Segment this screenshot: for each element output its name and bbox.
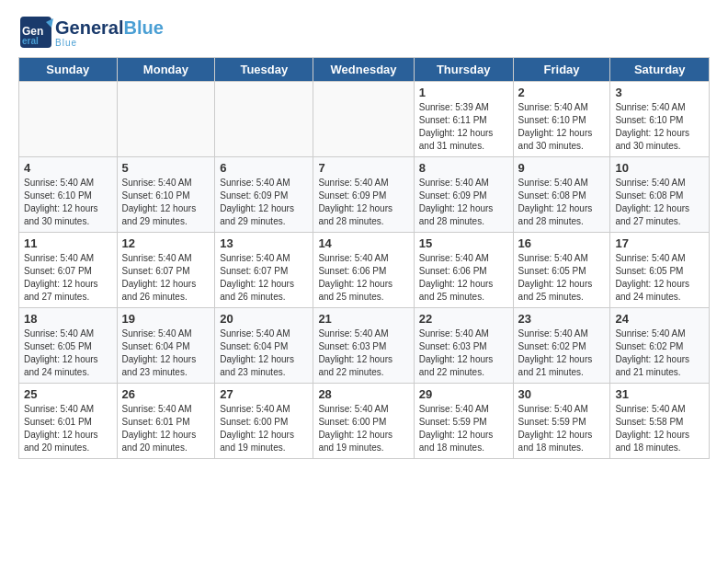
- calendar-day: 3Sunrise: 5:40 AM Sunset: 6:10 PM Daylig…: [610, 82, 710, 157]
- week-row-3: 11Sunrise: 5:40 AM Sunset: 6:07 PM Dayli…: [19, 233, 710, 308]
- day-number: 20: [220, 312, 308, 326]
- day-info: Sunrise: 5:40 AM Sunset: 6:01 PM Dayligh…: [24, 403, 112, 454]
- day-info: Sunrise: 5:40 AM Sunset: 6:07 PM Dayligh…: [122, 252, 210, 304]
- calendar-day: 12Sunrise: 5:40 AM Sunset: 6:07 PM Dayli…: [117, 233, 215, 308]
- day-number: 18: [24, 312, 112, 326]
- day-number: 3: [615, 86, 704, 99]
- calendar-day: 10Sunrise: 5:40 AM Sunset: 6:08 PM Dayli…: [610, 157, 710, 233]
- day-number: 24: [615, 312, 704, 326]
- day-number: 14: [318, 236, 408, 250]
- week-row-2: 4Sunrise: 5:40 AM Sunset: 6:10 PM Daylig…: [19, 157, 710, 233]
- calendar-header-sunday: Sunday: [19, 58, 118, 82]
- day-number: 30: [518, 387, 606, 401]
- calendar-day: 6Sunrise: 5:40 AM Sunset: 6:09 PM Daylig…: [215, 157, 313, 233]
- calendar-day: 11Sunrise: 5:40 AM Sunset: 6:07 PM Dayli…: [19, 233, 118, 308]
- day-info: Sunrise: 5:40 AM Sunset: 6:10 PM Dayligh…: [24, 177, 112, 228]
- calendar-day: 5Sunrise: 5:40 AM Sunset: 6:10 PM Daylig…: [117, 157, 215, 233]
- day-info: Sunrise: 5:40 AM Sunset: 6:06 PM Dayligh…: [419, 252, 508, 304]
- day-info: Sunrise: 5:40 AM Sunset: 6:03 PM Dayligh…: [419, 327, 508, 379]
- calendar-day: 8Sunrise: 5:40 AM Sunset: 6:09 PM Daylig…: [414, 157, 513, 233]
- calendar-day: 13Sunrise: 5:40 AM Sunset: 6:07 PM Dayli…: [215, 233, 313, 308]
- day-number: 15: [419, 236, 508, 250]
- day-number: 7: [318, 161, 408, 175]
- calendar-day: [313, 82, 414, 157]
- day-number: 26: [122, 387, 210, 401]
- calendar-header-thursday: Thursday: [414, 58, 513, 82]
- calendar-header-row: SundayMondayTuesdayWednesdayThursdayFrid…: [19, 58, 710, 82]
- calendar-header-monday: Monday: [117, 58, 215, 82]
- day-number: 23: [518, 312, 606, 326]
- calendar-day: 21Sunrise: 5:40 AM Sunset: 6:03 PM Dayli…: [313, 308, 414, 384]
- day-number: 9: [518, 161, 606, 175]
- calendar-day: [215, 82, 313, 157]
- calendar-day: 15Sunrise: 5:40 AM Sunset: 6:06 PM Dayli…: [414, 233, 513, 308]
- day-info: Sunrise: 5:40 AM Sunset: 6:07 PM Dayligh…: [220, 252, 308, 304]
- calendar-day: 22Sunrise: 5:40 AM Sunset: 6:03 PM Dayli…: [414, 308, 513, 384]
- calendar-day: 26Sunrise: 5:40 AM Sunset: 6:01 PM Dayli…: [117, 384, 215, 459]
- day-number: 12: [122, 236, 210, 250]
- day-number: 8: [419, 161, 508, 175]
- day-info: Sunrise: 5:40 AM Sunset: 6:01 PM Dayligh…: [122, 403, 210, 454]
- calendar-day: 31Sunrise: 5:40 AM Sunset: 5:58 PM Dayli…: [610, 384, 710, 459]
- calendar-day: 2Sunrise: 5:40 AM Sunset: 6:10 PM Daylig…: [513, 82, 610, 157]
- calendar-day: 1Sunrise: 5:39 AM Sunset: 6:11 PM Daylig…: [414, 82, 513, 157]
- day-number: 27: [220, 387, 308, 401]
- day-info: Sunrise: 5:40 AM Sunset: 6:09 PM Dayligh…: [419, 177, 508, 228]
- day-number: 22: [419, 312, 508, 326]
- day-info: Sunrise: 5:40 AM Sunset: 6:03 PM Dayligh…: [318, 327, 408, 379]
- logo-icon: Gen eral: [18, 15, 53, 50]
- day-info: Sunrise: 5:39 AM Sunset: 6:11 PM Dayligh…: [419, 101, 508, 153]
- calendar-day: [19, 82, 118, 157]
- day-number: 28: [318, 387, 408, 401]
- day-info: Sunrise: 5:40 AM Sunset: 6:02 PM Dayligh…: [615, 327, 704, 379]
- day-info: Sunrise: 5:40 AM Sunset: 5:58 PM Dayligh…: [615, 403, 704, 454]
- calendar-header-friday: Friday: [513, 58, 610, 82]
- page: Gen eral GeneralBlue Blue SundayMondayTu…: [0, 0, 728, 474]
- day-number: 31: [615, 387, 704, 401]
- calendar-day: 29Sunrise: 5:40 AM Sunset: 5:59 PM Dayli…: [414, 384, 513, 459]
- week-row-1: 1Sunrise: 5:39 AM Sunset: 6:11 PM Daylig…: [19, 82, 710, 157]
- day-info: Sunrise: 5:40 AM Sunset: 6:00 PM Dayligh…: [220, 403, 308, 454]
- calendar-day: 17Sunrise: 5:40 AM Sunset: 6:05 PM Dayli…: [610, 233, 710, 308]
- calendar-day: 7Sunrise: 5:40 AM Sunset: 6:09 PM Daylig…: [313, 157, 414, 233]
- calendar-day: 9Sunrise: 5:40 AM Sunset: 6:08 PM Daylig…: [513, 157, 610, 233]
- calendar-day: 4Sunrise: 5:40 AM Sunset: 6:10 PM Daylig…: [19, 157, 118, 233]
- day-number: 17: [615, 236, 704, 250]
- day-info: Sunrise: 5:40 AM Sunset: 6:04 PM Dayligh…: [220, 327, 308, 379]
- day-number: 6: [220, 161, 308, 175]
- day-number: 5: [122, 161, 210, 175]
- svg-text:eral: eral: [22, 36, 39, 46]
- calendar-day: 30Sunrise: 5:40 AM Sunset: 5:59 PM Dayli…: [513, 384, 610, 459]
- logo-general: General: [55, 17, 123, 38]
- logo: Gen eral GeneralBlue Blue: [18, 15, 164, 50]
- logo-tagline: Blue: [55, 38, 164, 48]
- day-info: Sunrise: 5:40 AM Sunset: 6:07 PM Dayligh…: [24, 252, 112, 304]
- calendar-table: SundayMondayTuesdayWednesdayThursdayFrid…: [18, 57, 710, 459]
- day-number: 19: [122, 312, 210, 326]
- calendar-day: 24Sunrise: 5:40 AM Sunset: 6:02 PM Dayli…: [610, 308, 710, 384]
- calendar-day: 25Sunrise: 5:40 AM Sunset: 6:01 PM Dayli…: [19, 384, 118, 459]
- week-row-5: 25Sunrise: 5:40 AM Sunset: 6:01 PM Dayli…: [19, 384, 710, 459]
- logo-blue: Blue: [123, 17, 163, 38]
- calendar-day: 14Sunrise: 5:40 AM Sunset: 6:06 PM Dayli…: [313, 233, 414, 308]
- calendar-day: [117, 82, 215, 157]
- day-info: Sunrise: 5:40 AM Sunset: 6:06 PM Dayligh…: [318, 252, 408, 304]
- day-info: Sunrise: 5:40 AM Sunset: 6:08 PM Dayligh…: [615, 177, 704, 228]
- day-info: Sunrise: 5:40 AM Sunset: 6:05 PM Dayligh…: [24, 327, 112, 379]
- calendar-day: 20Sunrise: 5:40 AM Sunset: 6:04 PM Dayli…: [215, 308, 313, 384]
- calendar-day: 27Sunrise: 5:40 AM Sunset: 6:00 PM Dayli…: [215, 384, 313, 459]
- day-info: Sunrise: 5:40 AM Sunset: 6:02 PM Dayligh…: [518, 327, 606, 379]
- calendar-day: 28Sunrise: 5:40 AM Sunset: 6:00 PM Dayli…: [313, 384, 414, 459]
- calendar-day: 18Sunrise: 5:40 AM Sunset: 6:05 PM Dayli…: [19, 308, 118, 384]
- day-number: 29: [419, 387, 508, 401]
- header: Gen eral GeneralBlue Blue: [18, 15, 710, 50]
- day-info: Sunrise: 5:40 AM Sunset: 6:04 PM Dayligh…: [122, 327, 210, 379]
- day-number: 2: [518, 86, 606, 99]
- day-number: 16: [518, 236, 606, 250]
- day-info: Sunrise: 5:40 AM Sunset: 6:00 PM Dayligh…: [318, 403, 408, 454]
- day-number: 25: [24, 387, 112, 401]
- calendar-day: 16Sunrise: 5:40 AM Sunset: 6:05 PM Dayli…: [513, 233, 610, 308]
- week-row-4: 18Sunrise: 5:40 AM Sunset: 6:05 PM Dayli…: [19, 308, 710, 384]
- day-info: Sunrise: 5:40 AM Sunset: 6:08 PM Dayligh…: [518, 177, 606, 228]
- day-info: Sunrise: 5:40 AM Sunset: 5:59 PM Dayligh…: [518, 403, 606, 454]
